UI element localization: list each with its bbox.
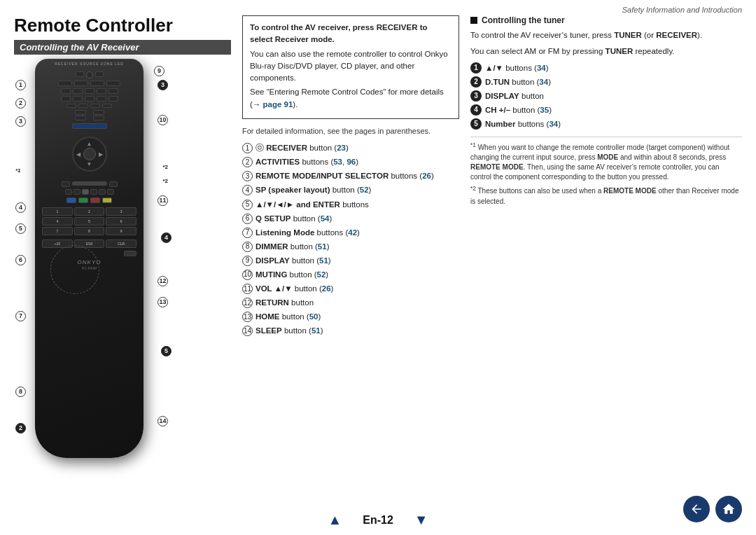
tuner-title: Controlling the tuner — [482, 15, 565, 25]
callout-2: 2 — [15, 98, 26, 109]
item-num-5: 5 — [242, 200, 253, 210]
list-item: 8 DIMMER button (51) — [242, 241, 459, 252]
item-text-11: VOL ▲/▼ button (26) — [255, 283, 333, 294]
item-num-11: 11 — [242, 284, 253, 294]
remote-image: RECEIVER SOURCE ZONE LED — [35, 59, 144, 458]
middle-column: To control the AV receiver, press RECEIV… — [242, 15, 459, 472]
item-text-14: SLEEP button (51) — [255, 325, 323, 336]
callout-8: 8 — [15, 387, 26, 397]
item-text-6: Q SETUP button (54) — [255, 213, 332, 224]
page-info: Safety Information and Introduction — [622, 6, 742, 14]
callout-5: 5 — [15, 223, 26, 234]
item-num-13: 13 — [242, 312, 253, 322]
tuner-item-3: 3 DISPLAY button — [470, 90, 742, 102]
list-item: 4 SP (speaker layout) button (52) — [242, 184, 459, 195]
list-item: 9 DISPLAY button (51) — [242, 255, 459, 266]
item-num-2: 2 — [242, 157, 253, 167]
item-num-3: 3 — [242, 171, 253, 181]
info-line3: See “Entering Remote Control Codes” for … — [250, 86, 451, 111]
item-text-9: DISPLAY button (51) — [255, 255, 331, 266]
tuner-text1: To control the AV receiver’s tuner, pres… — [470, 29, 742, 41]
tuner-num-4: 4 — [470, 104, 482, 116]
page-header: Safety Information and Introduction — [0, 0, 756, 15]
callout-4: 4 — [15, 202, 26, 213]
footer-icons — [683, 496, 742, 522]
callout-12: 12 — [158, 276, 168, 286]
item-text-4: SP (speaker layout) button (52) — [255, 184, 371, 195]
callout-3: 3 — [15, 116, 26, 127]
detail-text: For detailed information, see the pages … — [242, 126, 459, 137]
tuner-num-3: 3 — [470, 90, 482, 102]
list-item: 5 ▲/▼/◄/► and ENTER buttons — [242, 199, 459, 210]
callout-5b: 5 — [161, 346, 172, 356]
item-text-2: ACTIVITIES buttons (53, 96) — [255, 156, 358, 167]
footnotes: *1 When you want to change the remote co… — [470, 137, 742, 207]
tuner-text-4: CH +/– button (35) — [485, 104, 552, 116]
prev-arrow[interactable]: ▲ — [328, 512, 342, 528]
item-text-1: ⓞ RECEIVER button (23) — [255, 142, 349, 153]
list-item: 12 RETURN button — [242, 297, 459, 308]
page-number: En-12 — [363, 514, 393, 527]
section-header: Controlling the AV Receiver — [14, 40, 231, 55]
item-num-7: 7 — [242, 228, 253, 238]
callout-3b: 3 — [158, 80, 168, 90]
callout-9: 9 — [154, 66, 164, 76]
info-box: To control the AV receiver, press RECEIV… — [242, 15, 459, 119]
list-item: 14 SLEEP button (51) — [242, 325, 459, 336]
callout-fn1: *1 — [15, 167, 21, 174]
item-num-8: 8 — [242, 242, 253, 252]
list-item: 11 VOL ▲/▼ button (26) — [242, 283, 459, 294]
tuner-text-3: DISPLAY button — [485, 90, 544, 102]
remote-diagram: RECEIVER SOURCE ZONE LED — [14, 59, 168, 472]
right-column: Controlling the tuner To control the AV … — [470, 15, 742, 472]
item-text-13: HOME button (50) — [255, 311, 321, 322]
callout-13: 13 — [158, 297, 168, 307]
black-square-icon — [470, 17, 477, 24]
list-item: 6 Q SETUP button (54) — [242, 213, 459, 224]
tuner-text2: You can select AM or FM by pressing TUNE… — [470, 46, 742, 57]
item-num-4: 4 — [242, 185, 253, 195]
callout-4b: 4 — [161, 232, 172, 243]
callout-2b: 2 — [15, 423, 26, 433]
page-footer: ▲ En-12 ▼ — [0, 512, 756, 528]
callout-10: 10 — [158, 115, 168, 125]
item-num-12: 12 — [242, 298, 253, 308]
footer-nav: ▲ En-12 ▼ — [328, 512, 428, 528]
item-num-9: 9 — [242, 256, 253, 266]
list-item: 13 HOME button (50) — [242, 311, 459, 322]
callout-7: 7 — [15, 311, 26, 321]
list-item: 10 MUTING button (52) — [242, 269, 459, 280]
callout-fn2a: *2 — [162, 164, 168, 170]
left-column: Remote Controller Controlling the AV Rec… — [14, 15, 231, 472]
item-text-5: ▲/▼/◄/► and ENTER buttons — [255, 199, 369, 210]
tuner-item-1: 1 ▲/▼ buttons (34) — [470, 62, 742, 74]
item-text-7: Listening Mode buttons (42) — [255, 227, 360, 238]
model-text: RC-840M — [35, 266, 144, 270]
back-button[interactable] — [683, 496, 710, 522]
tuner-header: Controlling the tuner — [470, 15, 742, 25]
list-item: 1 ⓞ RECEIVER button (23) — [242, 142, 459, 153]
footnote-1: *1 When you want to change the remote co… — [470, 141, 742, 182]
item-num-10: 10 — [242, 270, 253, 280]
item-list: 1 ⓞ RECEIVER button (23) 2 ACTIVITIES bu… — [242, 142, 459, 336]
info-line2: You can also use the remote controller t… — [250, 48, 451, 85]
brand-logo: ONKYO — [35, 259, 144, 265]
tuner-num-1: 1 — [470, 62, 482, 74]
next-arrow[interactable]: ▼ — [414, 512, 428, 528]
back-icon — [690, 502, 704, 516]
item-text-8: DIMMER button (51) — [255, 241, 329, 252]
item-text-3: REMOTE MODE/INPUT SELECTOR buttons (26) — [255, 170, 434, 181]
tuner-item-5: 5 Number buttons (34) — [470, 118, 742, 130]
item-num-14: 14 — [242, 326, 253, 336]
item-num-1: 1 — [242, 143, 253, 153]
callout-11: 11 — [158, 195, 168, 206]
tuner-list: 1 ▲/▼ buttons (34) 2 D.TUN button (34) 3… — [470, 62, 742, 130]
tuner-item-4: 4 CH +/– button (35) — [470, 104, 742, 116]
tuner-text-2: D.TUN button (34) — [485, 76, 551, 88]
list-item: 3 REMOTE MODE/INPUT SELECTOR buttons (26… — [242, 170, 459, 181]
tuner-num-2: 2 — [470, 76, 482, 88]
callout-6: 6 — [15, 255, 26, 265]
home-button[interactable] — [715, 496, 742, 522]
tuner-item-2: 2 D.TUN button (34) — [470, 76, 742, 88]
footnote-2: *2 These buttons can also be used when a… — [470, 185, 742, 206]
